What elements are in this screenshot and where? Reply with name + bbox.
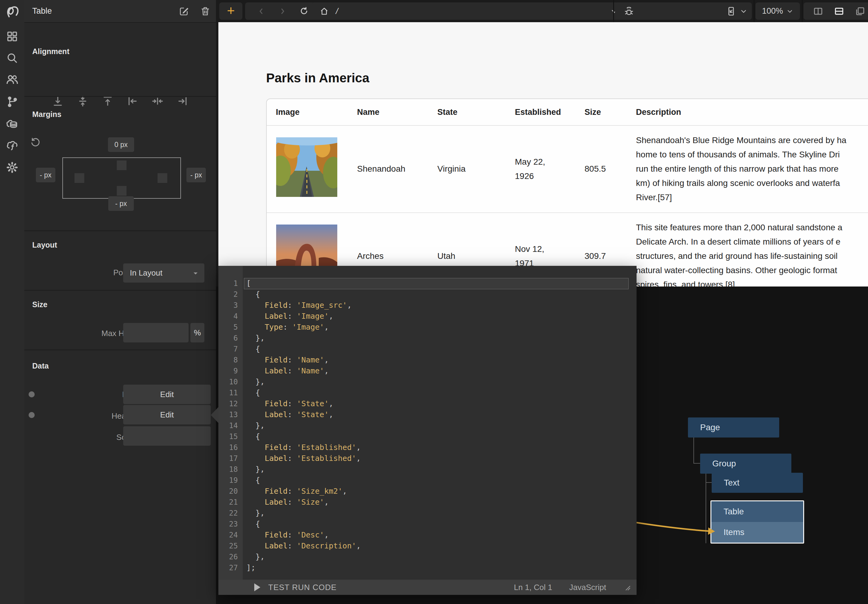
align-bottom-icon[interactable] [52, 95, 64, 107]
code-line[interactable]: Label: 'Size', [243, 497, 637, 508]
edit-icon[interactable] [174, 6, 195, 17]
code-line[interactable]: Label: 'Name', [243, 366, 637, 377]
node-group[interactable]: Group [700, 454, 791, 474]
alignment-section: Alignment [24, 22, 216, 97]
margin-handle-bottom[interactable] [117, 186, 127, 196]
description-line: Shenandoah's Blue Ridge Mountains are co… [636, 133, 846, 147]
code-line[interactable]: }, [243, 377, 637, 388]
align-horizontal-center-icon[interactable] [152, 95, 164, 107]
max-height-input[interactable] [123, 323, 189, 342]
code-line[interactable]: Type: 'Image', [243, 322, 637, 333]
settings-icon[interactable] [0, 158, 24, 177]
home-icon[interactable] [319, 6, 329, 16]
debug-icon[interactable] [623, 6, 634, 17]
node-table-items-port[interactable]: Items [711, 522, 803, 543]
forward-icon[interactable] [278, 7, 287, 16]
margin-right-value[interactable]: - px [186, 168, 206, 182]
max-height-unit-button[interactable]: % [191, 323, 205, 342]
position-dropdown[interactable]: In Layout [123, 263, 205, 283]
code-punct-token: , [324, 323, 329, 332]
code-line[interactable]: { [243, 388, 637, 398]
code-punct-token: }, [246, 421, 265, 430]
code-line[interactable]: Label: 'State', [243, 409, 637, 420]
code-string-token: 'State' [297, 399, 329, 408]
code-key-token: Label [246, 541, 287, 550]
code-line[interactable]: { [243, 344, 637, 355]
play-icon [254, 583, 260, 591]
code-line[interactable]: }, [243, 551, 637, 562]
code-line[interactable]: [ [243, 278, 637, 289]
viewport-icon[interactable] [726, 6, 736, 17]
split-columns-icon[interactable] [813, 6, 823, 16]
code-line[interactable]: Field: 'Size_km2', [243, 486, 637, 497]
align-left-icon[interactable] [127, 95, 139, 107]
zoom-control[interactable]: 100% [755, 2, 800, 20]
code-line[interactable]: Field: 'Desc', [243, 530, 637, 541]
items-edit-button[interactable]: Edit [123, 385, 211, 404]
tree-connector [693, 437, 694, 463]
test-run-code-button[interactable]: TEST RUN CODE [268, 583, 337, 592]
refresh-icon[interactable] [299, 6, 309, 16]
workspace-layout-controls [803, 2, 868, 20]
code-punct-token: : [287, 454, 296, 463]
zoom-level: 100% [762, 6, 783, 16]
code-line[interactable]: Field: 'State', [243, 398, 637, 409]
cloud-functions-icon[interactable] [0, 136, 24, 155]
code-line[interactable]: Field: 'Established', [243, 442, 637, 453]
line-number: 3 [219, 300, 243, 311]
debug-viewport-cell [615, 2, 752, 20]
tree-connector [705, 482, 712, 483]
code-line[interactable]: { [243, 431, 637, 442]
code-punct-token: { [246, 388, 260, 397]
cloud-data-icon[interactable] [0, 114, 24, 134]
column-header-size: Size [584, 99, 636, 125]
chevron-down-icon [786, 8, 794, 15]
code-line[interactable]: Field: 'Name', [243, 355, 637, 366]
windows-stack-icon[interactable] [855, 6, 865, 16]
version-control-icon[interactable] [0, 92, 24, 111]
code-line[interactable]: { [243, 475, 637, 486]
code-line[interactable]: Label: 'Image', [243, 311, 637, 322]
code-punct-token: { [246, 519, 260, 528]
url-bar[interactable]: / [312, 2, 626, 20]
code-line[interactable]: }, [243, 420, 637, 431]
margin-handle-right[interactable] [158, 173, 167, 183]
align-vertical-center-icon[interactable] [77, 95, 89, 107]
margin-left-value[interactable]: - px [36, 168, 55, 182]
code-line[interactable]: }, [243, 464, 637, 475]
code-line[interactable]: Field: 'Image_src', [243, 300, 637, 311]
reset-icon[interactable] [30, 137, 41, 148]
node-text[interactable]: Text [711, 473, 803, 493]
margin-handle-left[interactable] [74, 173, 84, 183]
align-right-icon[interactable] [177, 95, 189, 107]
margin-handle-top[interactable] [117, 161, 127, 170]
code-line[interactable]: { [243, 519, 637, 530]
code-line[interactable]: { [243, 289, 637, 300]
code-line[interactable]: }, [243, 508, 637, 519]
trash-icon[interactable] [195, 6, 216, 17]
users-icon[interactable] [0, 70, 24, 89]
code-line[interactable]: Label: 'Description', [243, 541, 637, 551]
margin-bottom-value[interactable]: - px [108, 196, 134, 211]
add-component-button[interactable]: + [219, 2, 242, 20]
back-icon[interactable] [257, 7, 266, 16]
app-window: Table Alignment [0, 0, 868, 604]
code-line[interactable]: Label: 'Established', [243, 453, 637, 464]
components-icon[interactable] [0, 27, 24, 46]
node-page[interactable]: Page [688, 417, 779, 437]
margin-top-value[interactable]: 0 px [108, 137, 134, 152]
node-table-selected[interactable]: Table Items [710, 501, 804, 544]
sorting-input[interactable] [123, 426, 211, 446]
line-number: 24 [219, 530, 243, 541]
code-line[interactable]: }, [243, 333, 637, 344]
noodl-logo[interactable] [0, 2, 24, 21]
resize-grip-icon[interactable] [623, 583, 631, 591]
description-line: Delicate Arch. In a desert climate milli… [636, 235, 840, 249]
search-icon[interactable] [0, 48, 24, 68]
code-line[interactable]: ]; [243, 562, 637, 573]
code-editor-content[interactable]: [ { Field: 'Image_src', Label: 'Image', … [243, 266, 637, 580]
headers-edit-button[interactable]: Edit [123, 405, 211, 425]
chevron-down-icon[interactable] [740, 7, 747, 15]
align-top-icon[interactable] [102, 95, 114, 107]
split-rows-icon[interactable] [834, 6, 844, 16]
